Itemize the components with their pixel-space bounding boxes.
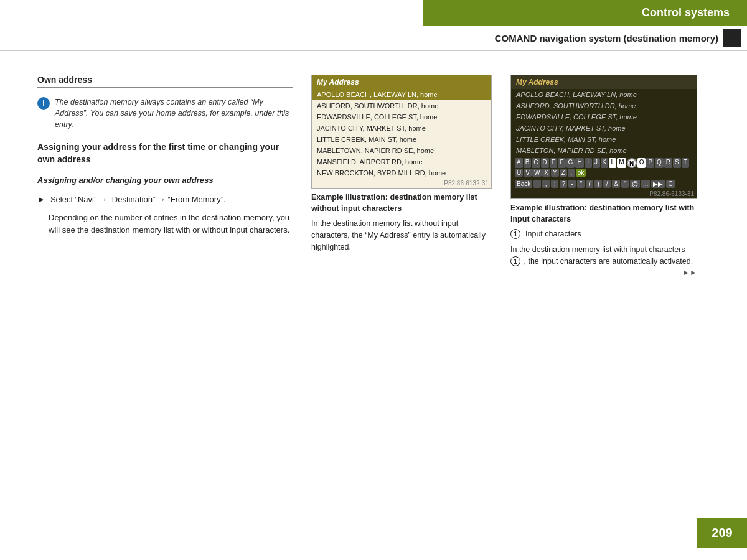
kbd-dot: . — [568, 169, 575, 177]
kbd-I: I — [585, 158, 592, 168]
kbd-back: Back — [515, 180, 532, 188]
list-item: LITTLE CREEK, MAIN ST, home — [511, 134, 697, 145]
list-item: JACINTO CITY, MARKET ST, home — [312, 123, 491, 134]
list-item: LITTLE CREEK, MAIN ST, home — [312, 134, 491, 145]
subtitle-bar: COMAND navigation system (destination me… — [0, 26, 747, 51]
info-icon: i — [37, 97, 50, 110]
kbd-V: V — [524, 169, 532, 177]
right-screen-header: My Address — [511, 75, 697, 89]
right-screen: My Address APOLLO BEACH, LAKEWAY LN, hom… — [510, 75, 697, 199]
info-text: The destination memory always contains a… — [55, 96, 293, 130]
own-address-heading: Own address — [37, 75, 293, 88]
right-screen-list: APOLLO BEACH, LAKEWAY LN, home ASHFORD, … — [511, 89, 697, 156]
kbd-apos: ' — [621, 180, 629, 188]
list-item: MABLETOWN, NAPIER RD SE, home — [312, 145, 491, 156]
control-systems-bar: Control systems — [423, 0, 747, 26]
keyboard-row1: A B C D E F G H I J K L M N O P Q R S T — [511, 156, 697, 179]
page-number: 209 — [697, 518, 747, 548]
assigning-italic-heading: Assigning and/or changing your own addre… — [37, 175, 293, 186]
kbd-R: R — [664, 158, 672, 168]
subtitle-text: COMAND navigation system (destination me… — [495, 33, 718, 44]
kbd-W: W — [532, 169, 542, 177]
caption-para-text1: In the destination memory list with inpu… — [510, 245, 685, 254]
center-screen-header: My Address — [312, 75, 491, 89]
kbd-M: M — [617, 158, 626, 168]
kbd-quote: " — [577, 180, 585, 188]
bullet-item: ► Select “Navi” → “Destination” → “From … — [37, 194, 293, 206]
list-item: APOLLO BEACH, LAKEWAY LN, home — [511, 89, 697, 100]
center-column: My Address APOLLO BEACH, LAKEWAY LN, hom… — [311, 75, 492, 278]
list-item: MANSFIELD, AIRPORT RD, home — [312, 156, 491, 167]
caption-para-text2: , the input characters are automatically… — [524, 257, 693, 266]
list-item: APOLLO BEACH, LAKEWAY LN, home — [312, 89, 491, 100]
list-item: MABLETON, NAPIER RD SE, home — [511, 145, 697, 156]
kbd-rparen: ) — [594, 180, 602, 188]
kbd-C: C — [666, 180, 674, 188]
kbd-D: D — [541, 158, 549, 168]
kbd-H: H — [575, 158, 583, 168]
info-box: i The destination memory always contains… — [37, 96, 293, 130]
center-caption-bold: Example illustration: destination memory… — [311, 192, 492, 214]
kbd-Q: Q — [655, 158, 664, 168]
bullet-arrow-icon: ► — [37, 194, 45, 206]
kbd-P: P — [646, 158, 654, 168]
kbd-question: ? — [560, 180, 567, 188]
kbd-O: O — [637, 158, 646, 168]
center-screen: My Address APOLLO BEACH, LAKEWAY LN, hom… — [311, 75, 492, 189]
header-top: Control systems — [0, 0, 747, 26]
center-screen-list: APOLLO BEACH, LAKEWAY LN, home ASHFORD, … — [312, 89, 491, 179]
list-item: EDWARDSVILLE, COLLEGE ST, home — [511, 111, 697, 123]
keyboard-row2: Back _ , : ? - " ( ) / & ' @ ... ▶▶ C — [511, 179, 697, 189]
kbd-X: X — [542, 169, 550, 177]
kbd-nnn: ▶▶ — [651, 180, 665, 188]
kbd-N-circled: N — [627, 158, 637, 168]
circle-num-1: 1 — [510, 229, 520, 239]
black-block-decoration — [723, 29, 741, 47]
kbd-T: T — [682, 158, 689, 168]
kbd-colon: : — [551, 180, 558, 188]
kbd-comma: , — [542, 180, 550, 188]
list-item: ASHFORD, SOUTHWORTH, DR, home — [312, 100, 491, 111]
kbd-U: U — [515, 169, 523, 177]
kbd-B: B — [524, 158, 532, 168]
bullet-text: Select “Navi” → “Destination” → “From Me… — [50, 194, 226, 206]
kbd-C: C — [532, 158, 540, 168]
kbd-F: F — [558, 158, 565, 168]
list-item: ASHFORD, SOUTHWORTH DR, home — [511, 100, 697, 111]
continue-arrow-icon: ►► — [682, 267, 697, 278]
input-chars-label: Input characters — [525, 228, 581, 240]
photo-code-center: P82.86-6132-31 — [312, 179, 491, 188]
kbd-lparen: ( — [586, 180, 593, 188]
kbd-at: @ — [630, 180, 640, 188]
left-column: Own address i The destination memory alw… — [37, 75, 293, 278]
center-caption-para: In the destination memory list without i… — [311, 218, 492, 253]
list-item: EDWARDSVILLE, COLLEGE ST, home — [312, 111, 491, 123]
kbd-Z: Z — [560, 169, 567, 177]
kbd-slash: / — [603, 180, 611, 188]
assigning-heading: Assigning your address for the first tim… — [37, 141, 293, 166]
kbd-G: G — [566, 158, 575, 168]
kbd-ellipsis: ... — [641, 180, 650, 188]
kbd-underscore: _ — [533, 180, 541, 188]
list-item: JACINTO CITY, MARKET ST, home — [511, 123, 697, 134]
page-header: Control systems COMAND navigation system… — [0, 0, 747, 51]
kbd-J: J — [593, 158, 600, 168]
right-caption-bold: Example illustration: destination memory… — [510, 203, 697, 225]
circle-num-2: 1 — [510, 256, 520, 266]
kbd-S: S — [673, 158, 681, 168]
control-systems-title: Control systems — [642, 6, 730, 19]
list-item: NEW BROCKTON, BYRD MILL RD, home — [312, 167, 491, 179]
kbd-K: K — [601, 158, 609, 168]
kbd-amp: & — [612, 180, 620, 188]
kbd-E: E — [550, 158, 558, 168]
photo-code-right: P82.86-6133-31 — [511, 189, 697, 198]
kbd-dash: - — [568, 180, 576, 188]
kbd-Y: Y — [551, 169, 559, 177]
kbd-L: L — [609, 158, 616, 168]
right-caption-para: In the destination memory list with inpu… — [510, 244, 697, 268]
main-content: Own address i The destination memory alw… — [0, 56, 747, 297]
input-chars-row: 1 Input characters — [510, 228, 697, 240]
right-column: My Address APOLLO BEACH, LAKEWAY LN, hom… — [510, 75, 697, 278]
paragraph-text: Depending on the number of entries in th… — [49, 212, 293, 236]
kbd-A: A — [515, 158, 523, 168]
